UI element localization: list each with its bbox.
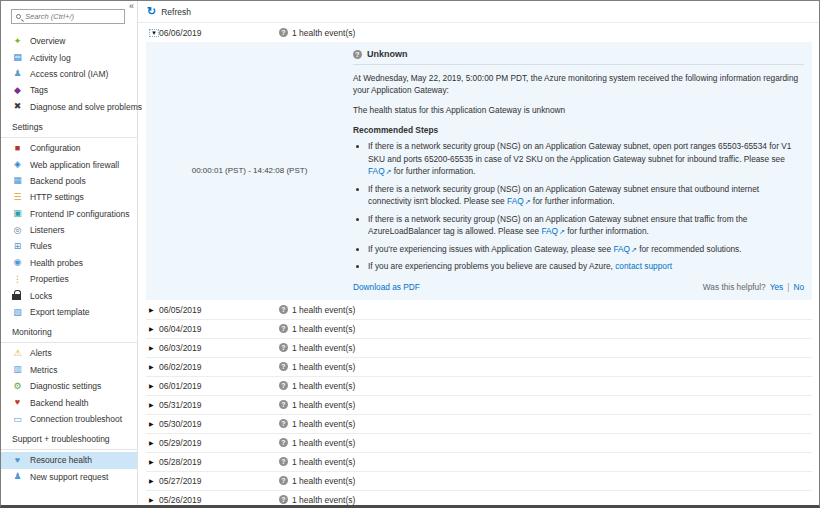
day-row[interactable]: ▶05/26/2019?1 health event(s)	[146, 491, 812, 506]
health-event-detail-panel: 00:00:01 (PST) - 14:42:08 (PST) ? Unknow…	[146, 42, 812, 300]
sidebar-item-label: Web application firewall	[30, 160, 119, 170]
unknown-status-icon: ?	[279, 400, 288, 409]
sidebar-item-new-support-request[interactable]: ♟New support request	[1, 469, 137, 485]
sidebar-item-label: Resource health	[30, 455, 92, 465]
sidebar-item-overview[interactable]: ✦Overview	[1, 33, 137, 49]
sidebar-item-label: Listeners	[30, 225, 65, 235]
unknown-status-icon: ?	[279, 28, 288, 37]
sidebar-item-diagnostic-settings[interactable]: ⚙Diagnostic settings	[1, 378, 137, 394]
day-events-label: 1 health event(s)	[292, 457, 355, 467]
sidebar-item-tags[interactable]: ◆Tags	[1, 82, 137, 98]
expand-caret-icon[interactable]: ▶	[146, 306, 159, 313]
sidebar-item-metrics[interactable]: ▥Metrics	[1, 362, 137, 378]
feedback-no-link[interactable]: No	[793, 282, 804, 292]
sidebar-item-web-application-firewall[interactable]: ◈Web application firewall	[1, 156, 137, 172]
step-link[interactable]: contact support	[615, 261, 672, 271]
collapse-caret-icon[interactable]: ▼	[146, 30, 159, 36]
sidebar-item-listeners[interactable]: ◎Listeners	[1, 222, 137, 238]
step-link[interactable]: FAQ	[368, 166, 385, 176]
sidebar-item-label: Export template	[30, 307, 90, 317]
day-status: ?1 health event(s)	[279, 457, 355, 467]
sidebar-item-label: Activity log	[30, 53, 71, 63]
expand-caret-icon[interactable]: ▶	[146, 401, 159, 408]
expand-caret-icon[interactable]: ▶	[146, 458, 159, 465]
sidebar-item-frontend-ip-configurations[interactable]: ▣Frontend IP configurations	[1, 206, 137, 222]
refresh-icon[interactable]: ↻	[147, 6, 156, 17]
sidebar-item-label: Health probes	[30, 258, 83, 268]
sidebar-item-export-template[interactable]: ▧Export template	[1, 304, 137, 320]
day-row[interactable]: ▶06/01/2019?1 health event(s)	[146, 377, 812, 396]
panel-footer: Download as PDF Was this helpful? Yes | …	[353, 282, 804, 292]
sidebar-item-access-control-iam[interactable]: ♟Access control (IAM)	[1, 66, 137, 82]
expand-caret-icon[interactable]: ▶	[146, 344, 159, 351]
sidebar-item-locks[interactable]: Locks	[1, 287, 137, 303]
refresh-button[interactable]: Refresh	[161, 7, 191, 17]
day-status: ?1 health event(s)	[279, 305, 355, 315]
recommended-step: If you're experiencing issues with Appli…	[368, 243, 804, 256]
day-events-label: 1 health event(s)	[292, 324, 355, 334]
activity-log-icon: ▤	[12, 52, 23, 63]
expand-caret-icon[interactable]: ▶	[146, 382, 159, 389]
sidebar-item-configuration[interactable]: ■Configuration	[1, 140, 137, 156]
sidebar-item-label: Metrics	[30, 365, 57, 375]
unknown-status-icon: ?	[279, 438, 288, 447]
sidebar-item-label: Overview	[30, 36, 65, 46]
download-pdf-link[interactable]: Download as PDF	[353, 282, 420, 292]
day-row[interactable]: ▶05/30/2019?1 health event(s)	[146, 415, 812, 434]
sidebar-item-label: Configuration	[30, 143, 81, 153]
step-link[interactable]: FAQ	[541, 226, 558, 236]
sidebar-item-label: Locks	[30, 291, 52, 301]
http-settings-icon: ☰	[12, 192, 23, 203]
expand-caret-icon[interactable]: ▶	[146, 477, 159, 484]
sidebar-item-http-settings[interactable]: ☰HTTP settings	[1, 189, 137, 205]
search-input[interactable]	[25, 12, 120, 21]
sidebar-search-box[interactable]	[11, 9, 125, 24]
sidebar-item-backend-pools[interactable]: ▦Backend pools	[1, 173, 137, 189]
day-row[interactable]: ▶06/03/2019?1 health event(s)	[146, 339, 812, 358]
day-date: 06/04/2019	[159, 324, 279, 334]
day-row[interactable]: ▶05/29/2019?1 health event(s)	[146, 434, 812, 453]
backend-health-icon: ♥	[12, 397, 23, 408]
expand-caret-icon[interactable]: ▶	[146, 325, 159, 332]
day-row-expanded[interactable]: ▼ 06/06/2019 ? 1 health event(s)	[146, 23, 812, 42]
sidebar-item-connection-troubleshoot[interactable]: ▭Connection troubleshoot	[1, 411, 137, 427]
expand-caret-icon[interactable]: ▶	[146, 439, 159, 446]
sidebar-item-alerts[interactable]: ⚠Alerts	[1, 345, 137, 361]
sidebar-item-backend-health[interactable]: ♥Backend health	[1, 394, 137, 410]
access-control-iam-icon: ♟	[12, 68, 23, 79]
divider	[1, 449, 137, 450]
expand-caret-icon[interactable]: ▶	[146, 496, 159, 503]
sidebar-item-rules[interactable]: ⊞Rules	[1, 238, 137, 254]
day-row[interactable]: ▶06/05/2019?1 health event(s)	[146, 301, 812, 320]
sidebar-item-label: Tags	[30, 85, 48, 95]
day-row[interactable]: ▶05/28/2019?1 health event(s)	[146, 453, 812, 472]
day-row[interactable]: ▶05/27/2019?1 health event(s)	[146, 472, 812, 491]
step-link[interactable]: FAQ	[613, 244, 630, 254]
sidebar-collapse-icon[interactable]: «	[129, 2, 134, 11]
sidebar-item-activity-log[interactable]: ▤Activity log	[1, 49, 137, 65]
day-date: 05/27/2019	[159, 476, 279, 486]
external-link-icon: ↗	[559, 228, 565, 235]
properties-icon: ⋮	[12, 274, 23, 285]
event-time-range: 00:00:01 (PST) - 14:42:08 (PST)	[146, 42, 353, 300]
step-link[interactable]: FAQ	[507, 196, 524, 206]
day-row[interactable]: ▶06/02/2019?1 health event(s)	[146, 358, 812, 377]
day-events-label: 1 health event(s)	[292, 419, 355, 429]
event-status-title: Unknown	[367, 49, 408, 59]
sidebar-item-properties[interactable]: ⋮Properties	[1, 271, 137, 287]
sidebar-item-health-probes[interactable]: ◉Health probes	[1, 255, 137, 271]
day-events-label: 1 health event(s)	[292, 381, 355, 391]
expand-caret-icon[interactable]: ▶	[146, 420, 159, 427]
sidebar-item-diagnose-and-solve-problems[interactable]: ✖Diagnose and solve problems	[1, 99, 137, 115]
unknown-status-icon: ?	[279, 324, 288, 333]
day-events-label: 1 health event(s)	[292, 28, 355, 38]
day-row[interactable]: ▶05/31/2019?1 health event(s)	[146, 396, 812, 415]
day-row[interactable]: ▶06/04/2019?1 health event(s)	[146, 320, 812, 339]
day-date: 05/30/2019	[159, 419, 279, 429]
expand-caret-icon[interactable]: ▶	[146, 363, 159, 370]
sidebar-item-resource-health[interactable]: ♥Resource health	[1, 452, 137, 468]
day-status: ?1 health event(s)	[279, 419, 355, 429]
recommended-step: If you are experiencing problems you bel…	[368, 260, 804, 272]
feedback-yes-link[interactable]: Yes	[770, 282, 784, 292]
sidebar-item-label: Frontend IP configurations	[30, 209, 130, 219]
